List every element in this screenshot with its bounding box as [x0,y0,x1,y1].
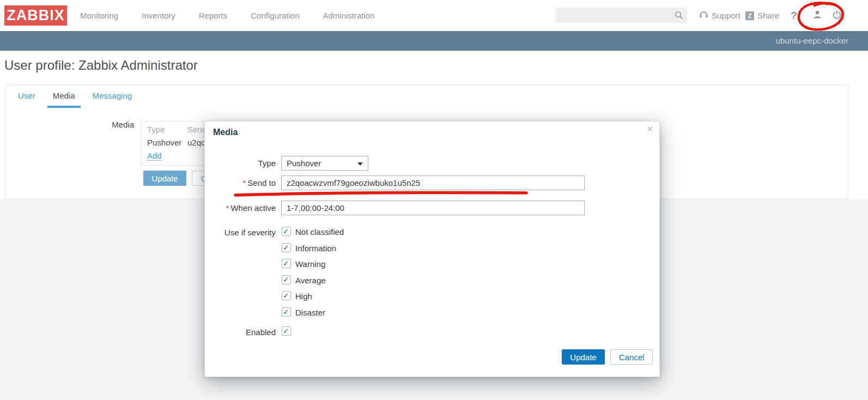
media-table-header-sendto: Send [187,125,207,134]
support-label: Support [712,11,740,20]
severity-label: Use if severity [205,228,276,237]
send-to-label: *Send to [205,178,276,187]
severity-checkbox-disaster[interactable] [282,307,291,317]
media-row-type[interactable]: Pushover [147,138,187,147]
modal-update-button[interactable]: Update [562,349,605,365]
severity-option-label: Warning [295,259,325,269]
required-marker: * [242,178,246,187]
top-navigation-bar: ZABBIX Monitoring Inventory Reports Conf… [0,0,868,31]
media-modal-dialog: Media ✕ Type Pushover *Send to *When act… [204,121,660,377]
when-active-field[interactable] [281,201,585,215]
profile-tabs: User Media Messaging [13,85,144,108]
nav-reports[interactable]: Reports [199,11,228,20]
required-marker: * [226,203,229,213]
search-input[interactable] [555,8,688,23]
severity-option-label: High [295,292,312,301]
main-menu: Monitoring Inventory Reports Configurati… [80,0,375,31]
support-link[interactable]: Support [699,0,740,31]
profile-update-button[interactable]: Update [143,171,186,186]
send-to-field[interactable] [281,175,585,190]
nav-monitoring[interactable]: Monitoring [80,11,118,20]
host-info-bar: ubuntu-eepc-docker [0,31,868,51]
user-profile-button[interactable] [812,0,823,31]
nav-inventory[interactable]: Inventory [142,11,175,20]
tab-messaging[interactable]: Messaging [87,86,138,108]
help-button[interactable]: ? [791,0,797,31]
enabled-label: Enabled [205,328,276,337]
logout-button[interactable] [832,0,842,31]
media-table-header-type: Type [147,125,187,134]
modal-cancel-button[interactable]: Cancel [610,349,653,365]
severity-checkbox-information[interactable] [282,243,291,252]
nav-administration[interactable]: Administration [323,11,375,20]
tab-user[interactable]: User [13,86,41,108]
zabbix-logo[interactable]: ZABBIX [4,5,67,26]
severity-option-label: Not classified [295,227,344,237]
severity-checkbox-high[interactable] [282,291,291,300]
enabled-checkbox[interactable] [282,326,291,336]
media-field-label: Media [5,120,134,129]
nav-configuration[interactable]: Configuration [251,11,299,20]
severity-option-label: Information [295,244,336,253]
severity-option-label: Average [295,276,326,285]
page-title: User profile: Zabbix Administrator [4,58,198,73]
modal-footer: Update Cancel [562,349,653,365]
severity-checkbox-not-classified[interactable] [282,227,291,236]
severity-option-label: Disaster [295,308,325,317]
support-headset-icon [699,10,708,21]
type-select-value: Pushover [287,159,321,168]
zabbix-app: ZABBIX Monitoring Inventory Reports Conf… [0,0,868,400]
power-icon [832,10,842,21]
type-label: Type [205,159,276,168]
tab-media[interactable]: Media [47,86,81,108]
close-icon[interactable]: ✕ [646,124,653,134]
media-row-sendto: u2qo [187,138,205,147]
type-select[interactable]: Pushover [281,156,368,171]
severity-checkbox-average[interactable] [282,275,291,284]
share-link[interactable]: Z Share [745,0,779,31]
user-profile-icon [812,9,823,22]
add-media-link[interactable]: Add [147,151,162,161]
share-label: Share [757,11,779,20]
dropdown-caret-icon [357,162,363,166]
severity-checkbox-warning[interactable] [282,259,291,268]
modal-title: Media [213,128,238,137]
share-icon: Z [745,11,754,20]
when-active-label: *When active [205,203,276,213]
host-name: ubuntu-eepc-docker [776,31,848,51]
